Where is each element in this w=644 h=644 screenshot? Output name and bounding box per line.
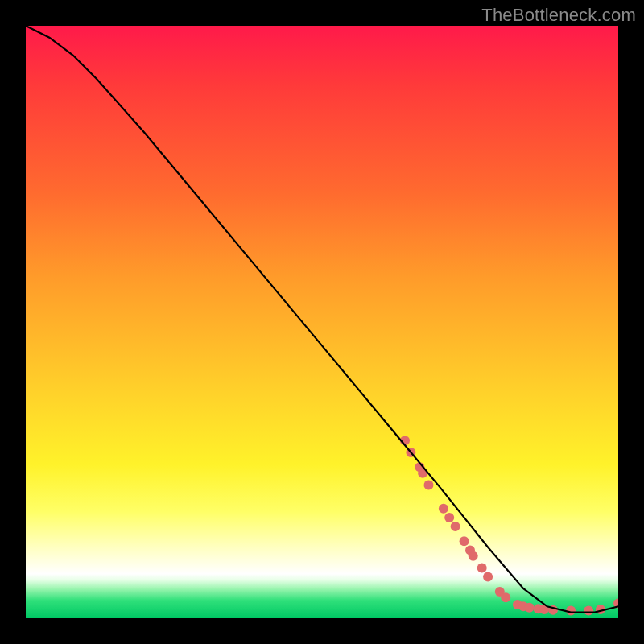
chart-marker: [477, 563, 487, 572]
chart-marker: [439, 504, 448, 514]
chart-marker: [460, 536, 469, 546]
chart-svg: [26, 26, 618, 618]
watermark-text: TheBottleneck.com: [481, 5, 636, 26]
chart-marker: [584, 605, 593, 615]
chart-marker: [451, 522, 460, 531]
chart-marker: [566, 605, 576, 615]
chart-marker: [424, 480, 434, 489]
chart-marker: [469, 551, 478, 561]
chart-marker: [525, 603, 535, 613]
chart-frame: TheBottleneck.com: [0, 0, 644, 644]
chart-marker: [483, 572, 493, 582]
chart-markers: [400, 436, 618, 615]
chart-line: [26, 26, 618, 613]
chart-marker: [444, 513, 454, 522]
chart-plot-area: [26, 26, 618, 618]
chart-marker: [501, 592, 510, 602]
